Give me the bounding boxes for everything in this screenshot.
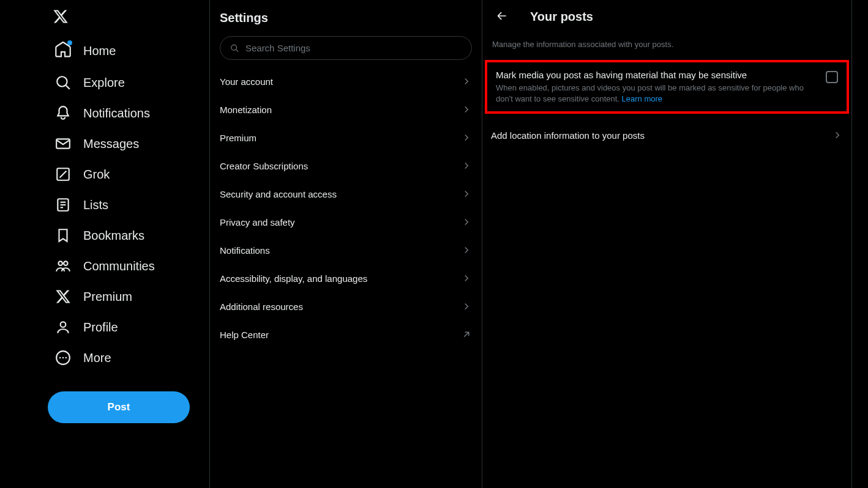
nav-label: Messages bbox=[83, 137, 139, 151]
list-icon bbox=[55, 197, 71, 213]
more-icon bbox=[55, 350, 71, 366]
x-logo-icon bbox=[55, 289, 71, 305]
nav-label: More bbox=[83, 351, 111, 365]
settings-item-label: Monetization bbox=[220, 105, 272, 115]
communities-icon bbox=[55, 258, 71, 274]
settings-item-label: Additional resources bbox=[220, 301, 303, 312]
setting-description: When enabled, pictures and videos you po… bbox=[496, 83, 814, 104]
x-logo-icon bbox=[53, 9, 69, 24]
arrow-left-icon bbox=[496, 10, 508, 22]
settings-item-label: Help Center bbox=[220, 330, 269, 340]
chevron-right-icon bbox=[461, 104, 472, 115]
chevron-right-icon bbox=[461, 301, 472, 312]
svg-point-11 bbox=[64, 261, 68, 265]
svg-line-18 bbox=[236, 49, 238, 51]
settings-premium[interactable]: Premium bbox=[210, 124, 482, 152]
svg-point-1 bbox=[57, 76, 67, 86]
settings-item-label: Your account bbox=[220, 76, 273, 87]
logo-wrap[interactable] bbox=[48, 6, 209, 34]
nav-premium[interactable]: Premium bbox=[48, 281, 140, 312]
search-input[interactable] bbox=[245, 43, 462, 53]
external-link-icon bbox=[461, 329, 472, 340]
nav-lists[interactable]: Lists bbox=[48, 190, 116, 220]
svg-point-12 bbox=[61, 322, 66, 327]
settings-privacy[interactable]: Privacy and safety bbox=[210, 208, 482, 236]
settings-item-label: Accessibility, display, and languages bbox=[220, 273, 367, 284]
nav-explore[interactable]: Explore bbox=[48, 67, 132, 98]
svg-point-14 bbox=[59, 357, 61, 359]
chevron-right-icon bbox=[461, 132, 472, 143]
settings-notifications[interactable]: Notifications bbox=[210, 236, 482, 264]
chevron-right-icon bbox=[832, 130, 843, 141]
settings-help-center[interactable]: Help Center bbox=[210, 320, 482, 349]
bell-icon bbox=[55, 105, 71, 121]
nav-label: Grok bbox=[83, 168, 110, 182]
back-button[interactable] bbox=[492, 6, 512, 28]
chevron-right-icon bbox=[461, 76, 472, 87]
search-settings[interactable] bbox=[220, 36, 472, 60]
primary-nav: Home Explore Notifications Messages Grok… bbox=[0, 0, 210, 488]
chevron-right-icon bbox=[461, 188, 472, 199]
nav-bookmarks[interactable]: Bookmarks bbox=[48, 220, 152, 251]
settings-title: Settings bbox=[210, 5, 482, 34]
detail-title: Your posts bbox=[530, 10, 593, 24]
nav-notifications[interactable]: Notifications bbox=[48, 98, 157, 128]
search-icon bbox=[230, 43, 239, 53]
svg-point-10 bbox=[58, 261, 62, 265]
detail-header: Your posts bbox=[482, 0, 851, 34]
chevron-right-icon bbox=[461, 245, 472, 256]
mail-icon bbox=[55, 136, 71, 152]
chevron-right-icon bbox=[461, 216, 472, 227]
nav-more[interactable]: More bbox=[48, 342, 119, 373]
nav-communities[interactable]: Communities bbox=[48, 251, 162, 281]
svg-point-15 bbox=[62, 357, 64, 359]
nav-label: Premium bbox=[83, 290, 132, 304]
settings-item-label: Privacy and safety bbox=[220, 217, 295, 227]
settings-additional[interactable]: Additional resources bbox=[210, 292, 482, 320]
settings-item-label: Notifications bbox=[220, 245, 270, 256]
nav-label: Explore bbox=[83, 76, 125, 90]
settings-creator-subs[interactable]: Creator Subscriptions bbox=[210, 152, 482, 180]
grok-icon bbox=[55, 166, 71, 182]
highlight-annotation: Mark media you post as having material t… bbox=[485, 60, 849, 114]
nav-label: Home bbox=[83, 44, 116, 58]
notification-dot-icon bbox=[67, 40, 72, 45]
nav-label: Bookmarks bbox=[83, 229, 144, 243]
settings-security[interactable]: Security and account access bbox=[210, 180, 482, 208]
svg-line-5 bbox=[60, 171, 67, 178]
post-button[interactable]: Post bbox=[48, 391, 190, 423]
settings-your-account[interactable]: Your account bbox=[210, 67, 482, 95]
svg-point-0 bbox=[67, 40, 72, 45]
svg-point-16 bbox=[65, 357, 67, 359]
svg-line-2 bbox=[66, 86, 70, 89]
settings-column: Settings Your account Monetization Premi… bbox=[210, 0, 482, 488]
settings-accessibility[interactable]: Accessibility, display, and languages bbox=[210, 264, 482, 292]
nav-profile[interactable]: Profile bbox=[48, 312, 125, 342]
profile-icon bbox=[55, 319, 71, 335]
nav-grok[interactable]: Grok bbox=[48, 159, 117, 190]
detail-subtitle: Manage the information associated with y… bbox=[482, 34, 851, 60]
settings-item-label: Creator Subscriptions bbox=[220, 161, 308, 171]
bookmark-icon bbox=[55, 227, 71, 243]
learn-more-link[interactable]: Learn more bbox=[622, 94, 662, 103]
sensitive-media-checkbox[interactable] bbox=[826, 71, 838, 83]
nav-label: Profile bbox=[83, 320, 118, 335]
nav-home[interactable]: Home bbox=[48, 34, 123, 67]
nav-messages[interactable]: Messages bbox=[48, 128, 146, 159]
svg-point-17 bbox=[231, 45, 237, 50]
chevron-right-icon bbox=[461, 160, 472, 171]
setting-title: Add location information to your posts bbox=[491, 130, 645, 141]
settings-item-label: Security and account access bbox=[220, 189, 337, 199]
nav-label: Communities bbox=[83, 259, 155, 273]
settings-item-label: Premium bbox=[220, 133, 256, 143]
sensitive-media-setting[interactable]: Mark media you post as having material t… bbox=[487, 62, 847, 111]
chevron-right-icon bbox=[461, 273, 472, 284]
detail-column: Your posts Manage the information associ… bbox=[482, 0, 852, 488]
location-setting[interactable]: Add location information to your posts bbox=[482, 120, 851, 150]
search-icon bbox=[55, 75, 71, 91]
nav-label: Lists bbox=[83, 198, 108, 212]
nav-label: Notifications bbox=[83, 106, 150, 120]
setting-title: Mark media you post as having material t… bbox=[496, 70, 814, 80]
settings-monetization[interactable]: Monetization bbox=[210, 95, 482, 124]
